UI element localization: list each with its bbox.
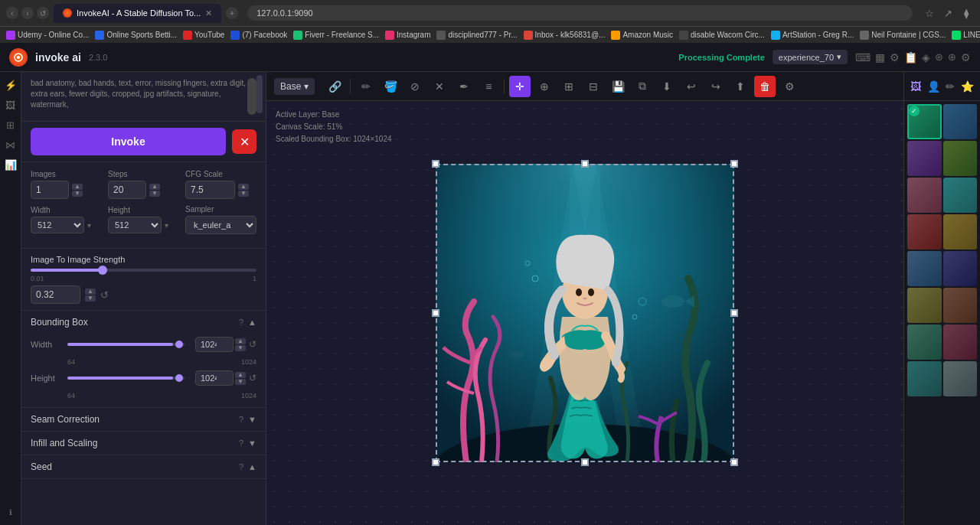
tool-delete[interactable]: 🗑: [754, 76, 776, 97]
width-select[interactable]: 5127681024: [31, 217, 84, 233]
tool-redo[interactable]: ↪: [705, 76, 727, 97]
steps-input[interactable]: [108, 181, 146, 199]
tool-transform[interactable]: ⊕: [534, 76, 555, 97]
seed-help-icon[interactable]: ?: [239, 462, 243, 471]
images-down[interactable]: ▼: [72, 191, 83, 197]
seam-correction-help-icon[interactable]: ?: [239, 415, 243, 424]
thumbnail-5[interactable]: [907, 178, 942, 213]
bookmark-sports[interactable]: Online Sports Betti...: [95, 31, 177, 40]
img2img-value-input[interactable]: [31, 285, 80, 304]
new-tab-button[interactable]: +: [226, 7, 238, 19]
header-icon-4[interactable]: 📋: [904, 51, 917, 64]
handle-bottom-center[interactable]: [581, 458, 589, 466]
thumbnail-16[interactable]: [943, 361, 978, 396]
tool-clear[interactable]: ✕: [429, 76, 450, 97]
handle-middle-left[interactable]: [432, 309, 439, 317]
tool-undo[interactable]: ↩: [681, 76, 702, 97]
bb-width-reset-icon[interactable]: ↺: [249, 339, 256, 350]
handle-bottom-right[interactable]: [730, 458, 738, 466]
handle-middle-right[interactable]: [730, 309, 738, 317]
tab-close-icon[interactable]: ✕: [205, 8, 212, 18]
cfg-up[interactable]: ▲: [238, 184, 249, 190]
thumbnail-14[interactable]: [943, 324, 978, 360]
bb-width-down[interactable]: ▼: [235, 345, 246, 351]
sidebar-icon-nodes[interactable]: ⋈: [2, 136, 19, 153]
reload-button[interactable]: ↺: [37, 7, 49, 19]
header-icon-1[interactable]: ⌨: [855, 51, 871, 64]
thumbnail-8[interactable]: [943, 214, 978, 249]
bookmark-amazon[interactable]: Amazon Music: [611, 31, 673, 40]
bb-height-input[interactable]: [195, 370, 234, 386]
img2img-up[interactable]: ▲: [85, 289, 96, 295]
tool-pen[interactable]: ✒: [453, 76, 475, 97]
browser-tab[interactable]: InvokeAI - A Stable Diffusion To... ✕: [54, 4, 221, 23]
bb-height-reset-icon[interactable]: ↺: [249, 373, 256, 383]
bb-width-input[interactable]: [195, 337, 234, 352]
infill-scaling-toggle-icon[interactable]: ▼: [248, 439, 256, 448]
bookmark-artstation[interactable]: ArtStation - Greg R...: [771, 31, 854, 40]
thumbnail-7[interactable]: [907, 214, 942, 249]
thumbnail-1[interactable]: ✓: [907, 104, 942, 139]
bookmark-neil[interactable]: Neil Fontaine | CGS...: [860, 31, 946, 40]
height-select[interactable]: 5127681024: [108, 217, 162, 233]
tool-link[interactable]: 🔗: [324, 76, 345, 97]
handle-top-center[interactable]: [581, 160, 589, 168]
tool-download[interactable]: ⬇: [656, 76, 678, 97]
sidebar-icon-gallery[interactable]: 🖼: [2, 96, 19, 113]
cfg-input[interactable]: [185, 181, 235, 199]
bb-height-slider[interactable]: [67, 377, 185, 380]
bookmark-wacom[interactable]: disable Wacom Circ...: [679, 31, 765, 40]
share-icon[interactable]: ↗: [940, 5, 956, 21]
bookmark-fiverr[interactable]: Fiverr - Freelance S...: [293, 31, 379, 40]
infill-scaling-header[interactable]: Infill and Scaling ? ▼: [21, 432, 266, 455]
bb-height-up[interactable]: ▲: [235, 372, 246, 378]
img2img-slider-thumb[interactable]: [98, 266, 107, 275]
back-button[interactable]: ‹: [6, 7, 18, 19]
header-icon-settings[interactable]: ⚙: [961, 51, 971, 64]
bookmark-instagram[interactable]: Instagram: [385, 31, 430, 40]
tool-upload[interactable]: ⬆: [730, 76, 751, 97]
invoke-button[interactable]: Invoke: [31, 128, 226, 155]
header-icon-5[interactable]: ◈: [922, 51, 930, 64]
bookmark-webtoon[interactable]: LINE WEBTOON - G...: [952, 31, 980, 40]
tool-eraser[interactable]: ⊘: [404, 76, 426, 97]
canvas-drawing-area[interactable]: [266, 101, 903, 525]
thumbnail-13[interactable]: [907, 324, 942, 360]
bookmark-facebook[interactable]: (7) Facebook: [230, 31, 287, 40]
steps-down[interactable]: ▼: [149, 191, 160, 197]
bounding-box-header[interactable]: Bounding Box ? ▲: [21, 311, 266, 334]
cfg-down[interactable]: ▼: [238, 191, 249, 197]
tool-brush[interactable]: ✏: [355, 76, 377, 97]
tool-fill[interactable]: 🪣: [380, 76, 401, 97]
header-icon-github[interactable]: ⊛: [935, 51, 943, 63]
bb-height-down[interactable]: ▼: [235, 379, 246, 385]
bounding-box-toggle-icon[interactable]: ▲: [248, 318, 256, 327]
img2img-down[interactable]: ▼: [85, 295, 96, 302]
header-icon-discord[interactable]: ⊕: [948, 51, 956, 63]
sampler-select[interactable]: k_euler_ak_eulerddim: [185, 216, 256, 234]
thumbnail-12[interactable]: [943, 288, 978, 323]
rp-gallery-icon[interactable]: 🖼: [910, 80, 921, 93]
bookmark-icon[interactable]: ☆: [922, 5, 937, 21]
infill-scaling-help-icon[interactable]: ?: [239, 439, 243, 448]
tool-copy[interactable]: ⧉: [632, 76, 653, 97]
thumbnail-2[interactable]: [943, 104, 978, 139]
bb-width-up[interactable]: ▲: [235, 338, 246, 344]
thumbnail-15[interactable]: [907, 361, 942, 396]
thumbnail-10[interactable]: [943, 251, 978, 286]
images-up[interactable]: ▲: [72, 184, 83, 190]
rp-edit-icon[interactable]: ✏: [946, 80, 955, 93]
bookmark-youtube[interactable]: YouTube: [183, 31, 224, 40]
img2img-slider-track[interactable]: [31, 269, 256, 272]
bb-height-thumb[interactable]: [175, 374, 183, 382]
bookmark-udemy[interactable]: Udemy - Online Co...: [6, 31, 89, 40]
tool-lines[interactable]: ≡: [478, 76, 499, 97]
sidebar-icon-models[interactable]: ⊞: [2, 116, 19, 133]
thumbnail-9[interactable]: [907, 251, 942, 286]
thumbnail-3[interactable]: [907, 141, 942, 176]
thumbnail-4[interactable]: [943, 141, 978, 176]
rp-person-icon[interactable]: 👤: [927, 80, 940, 93]
layer-dropdown[interactable]: Base ▾: [274, 78, 315, 95]
images-input[interactable]: [31, 181, 69, 199]
handle-bottom-left[interactable]: [432, 458, 439, 466]
